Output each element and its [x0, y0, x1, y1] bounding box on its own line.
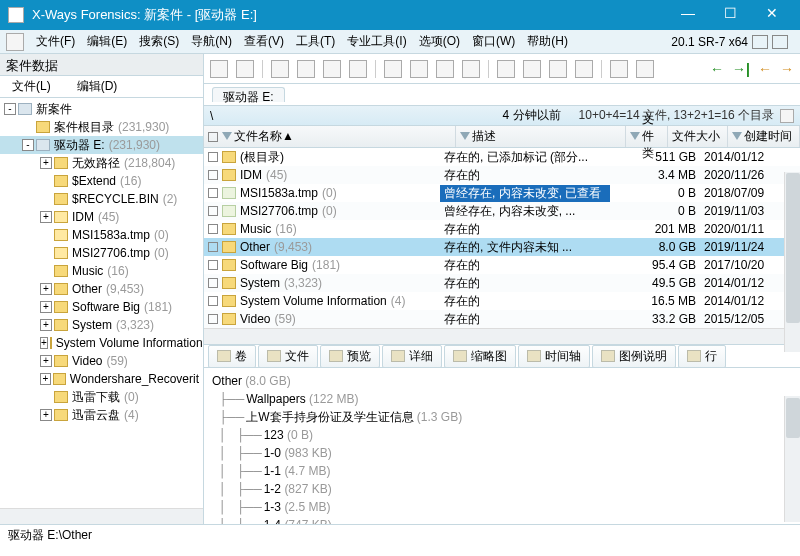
filelist-hscroll[interactable] [204, 328, 800, 344]
expander-icon[interactable]: + [40, 319, 52, 331]
col-size[interactable]: 文件大小 [672, 128, 720, 145]
tree-row[interactable]: +IDM(45) [0, 208, 203, 226]
filter-icon[interactable] [630, 132, 640, 142]
preview-pane[interactable]: Other (8.0 GB) ├──Wallpapers (122 MB) ├─… [204, 368, 800, 524]
tree-row[interactable]: +System(3,323) [0, 316, 203, 334]
row-checkbox[interactable] [208, 152, 218, 162]
filter-icon[interactable] [732, 132, 742, 142]
binoculars-icon[interactable] [523, 60, 541, 78]
lower-tab-3[interactable]: 详细 [382, 345, 442, 368]
preview-vscroll[interactable] [784, 396, 800, 522]
nav-fwd-icon[interactable]: →| [732, 61, 750, 77]
table-row[interactable]: Other (9,453)存在的, 文件内容未知 ...8.0 GB2019/1… [204, 238, 800, 256]
filter-icon[interactable] [460, 132, 470, 142]
maximize-button[interactable]: ☐ [710, 5, 750, 25]
calculator-icon[interactable] [610, 60, 628, 78]
search-icon[interactable] [497, 60, 515, 78]
tree-row[interactable]: MSI1583a.tmp(0) [0, 226, 203, 244]
table-row[interactable]: Music (16)存在的201 MB2020/01/11 [204, 220, 800, 238]
expander-icon[interactable]: + [40, 283, 52, 295]
tree-row[interactable]: +迅雷云盘(4) [0, 406, 203, 424]
expander-icon[interactable]: - [4, 103, 16, 115]
menu-5[interactable]: 工具(T) [290, 32, 341, 50]
expander-icon[interactable]: - [22, 139, 34, 151]
tree-row[interactable]: $RECYCLE.BIN(2) [0, 190, 203, 208]
menu-1[interactable]: 编辑(E) [81, 32, 133, 50]
table-row[interactable]: Software Big (181)存在的95.4 GB2017/10/20 [204, 256, 800, 274]
lower-tab-6[interactable]: 图例说明 [592, 345, 676, 368]
tree-row[interactable]: +System Volume Information [0, 334, 203, 352]
image-icon[interactable] [436, 60, 454, 78]
tree-row[interactable]: $Extend(16) [0, 172, 203, 190]
col-name[interactable]: 文件名称▲ [234, 128, 294, 145]
lower-tab-7[interactable]: 行 [678, 345, 726, 368]
row-checkbox[interactable] [208, 296, 218, 306]
left-hscroll[interactable] [0, 508, 203, 524]
menu-2[interactable]: 搜索(S) [133, 32, 185, 50]
table-row[interactable]: MSI1583a.tmp (0)曾经存在, 内容未改变, 已查看0 B2018/… [204, 184, 800, 202]
tree-row[interactable]: +无效路径(218,804) [0, 154, 203, 172]
row-checkbox[interactable] [208, 224, 218, 234]
select-all-checkbox[interactable] [208, 132, 218, 142]
table-row[interactable]: IDM (45)存在的3.4 MB2020/11/26 [204, 166, 800, 184]
row-checkbox[interactable] [208, 170, 218, 180]
menu-8[interactable]: 窗口(W) [466, 32, 521, 50]
menu-3[interactable]: 导航(N) [185, 32, 238, 50]
row-checkbox[interactable] [208, 188, 218, 198]
expander-icon[interactable]: + [40, 211, 52, 223]
options-icon[interactable] [636, 60, 654, 78]
tree-row[interactable]: -驱动器 E:(231,930) [0, 136, 203, 154]
menu-0[interactable]: 文件(F) [30, 32, 81, 50]
find-next-icon[interactable] [549, 60, 567, 78]
case-tree[interactable]: -新案件案件根目录(231,930)-驱动器 E:(231,930)+无效路径(… [0, 98, 203, 508]
nav-back-icon[interactable]: ← [710, 61, 724, 77]
col-date[interactable]: 创建时间 [744, 128, 792, 145]
minimize-button[interactable]: — [668, 5, 708, 25]
lower-tab-0[interactable]: 卷 [208, 345, 256, 368]
hex-icon[interactable] [575, 60, 593, 78]
lower-tab-5[interactable]: 时间轴 [518, 345, 590, 368]
lower-tab-1[interactable]: 文件 [258, 345, 318, 368]
filelist-vscroll[interactable] [784, 172, 800, 352]
expander-icon[interactable]: + [40, 355, 52, 367]
save-icon[interactable] [462, 60, 480, 78]
copy-icon[interactable] [271, 60, 289, 78]
row-checkbox[interactable] [208, 260, 218, 270]
menu-6[interactable]: 专业工具(I) [341, 32, 412, 50]
disk-tool-icon[interactable] [410, 60, 428, 78]
tree-row[interactable]: +Video(59) [0, 352, 203, 370]
folder-icon[interactable] [384, 60, 402, 78]
path-options-icon[interactable] [780, 109, 794, 123]
close-button[interactable]: ✕ [752, 5, 792, 25]
child-close-icon[interactable] [772, 35, 788, 49]
table-row[interactable]: System Volume Information (4)存在的16.5 MB2… [204, 292, 800, 310]
col-desc[interactable]: 描述 [472, 128, 496, 145]
left-menu-file[interactable]: 文件(L) [6, 76, 57, 97]
table-row[interactable]: Video (59)存在的33.2 GB2015/12/05 [204, 310, 800, 328]
table-row[interactable]: MSI27706.tmp (0)曾经存在, 内容未改变, ...0 B2019/… [204, 202, 800, 220]
expander-icon[interactable]: + [40, 409, 52, 421]
restore-icon[interactable] [752, 35, 768, 49]
lower-tab-4[interactable]: 缩略图 [444, 345, 516, 368]
tree-row[interactable]: 案件根目录(231,930) [0, 118, 203, 136]
expander-icon[interactable]: + [40, 157, 52, 169]
tree-row[interactable]: +Other(9,453) [0, 280, 203, 298]
tree-row[interactable]: -新案件 [0, 100, 203, 118]
table-row[interactable]: System (3,323)存在的49.5 GB2014/01/12 [204, 274, 800, 292]
lower-tab-2[interactable]: 预览 [320, 345, 380, 368]
tree-row[interactable]: 迅雷下载(0) [0, 388, 203, 406]
breadcrumb[interactable]: \ [210, 109, 503, 123]
undo-icon[interactable] [236, 60, 254, 78]
filter-icon[interactable] [222, 132, 232, 142]
tree-row[interactable]: +Wondershare_Recoverit [0, 370, 203, 388]
left-menu-edit[interactable]: 编辑(D) [71, 76, 124, 97]
tree-row[interactable]: +Software Big(181) [0, 298, 203, 316]
menu-7[interactable]: 选项(O) [413, 32, 466, 50]
expander-icon[interactable]: + [40, 301, 52, 313]
row-checkbox[interactable] [208, 242, 218, 252]
row-checkbox[interactable] [208, 278, 218, 288]
file-list[interactable]: (根目录) 存在的, 已添加标记 (部分...511 GB2014/01/12I… [204, 148, 800, 328]
tree-row[interactable]: MSI27706.tmp(0) [0, 244, 203, 262]
expander-icon[interactable]: + [40, 373, 51, 385]
nav-down-icon[interactable]: → [780, 61, 794, 77]
